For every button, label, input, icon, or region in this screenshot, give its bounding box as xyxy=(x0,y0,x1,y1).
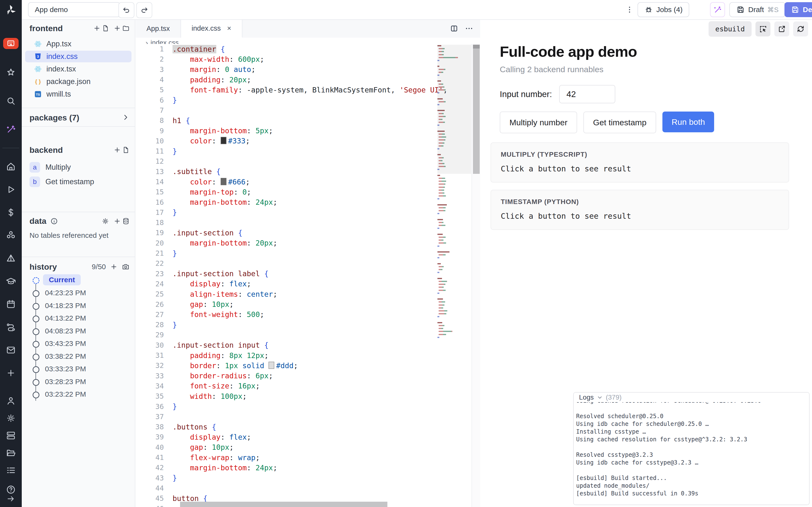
packages-expand-button[interactable] xyxy=(122,113,130,121)
redo-button[interactable] xyxy=(136,2,152,18)
camera-icon[interactable] xyxy=(122,263,130,271)
play-icon[interactable] xyxy=(0,184,22,194)
refresh-button[interactable] xyxy=(793,21,808,37)
open-external-button[interactable] xyxy=(774,21,789,37)
logs-count: (379) xyxy=(606,394,621,401)
esbuild-badge[interactable]: esbuild xyxy=(709,21,752,37)
tab-app-tsx[interactable]: App.tsx xyxy=(136,19,181,38)
add-file-button[interactable] xyxy=(93,24,109,32)
file-item-wmill-ts[interactable]: TSwmill.ts xyxy=(25,89,132,100)
code-line: border-radius: 6px; xyxy=(172,372,273,380)
add-table-button[interactable] xyxy=(114,218,130,225)
more-options-icon[interactable] xyxy=(465,24,473,33)
app-subtitle: Calling 2 backend runnables xyxy=(500,65,603,74)
plus-icon[interactable] xyxy=(110,263,117,270)
wand-icon[interactable] xyxy=(0,124,22,134)
close-tab-icon[interactable]: × xyxy=(227,24,232,32)
route-icon[interactable] xyxy=(0,322,22,332)
windmill-app-editor: Jobs (4) Draft ⌘S Deploy frontend xyxy=(0,0,812,507)
gear-icon[interactable] xyxy=(0,413,22,423)
history-current-item[interactable]: Current xyxy=(43,274,81,285)
run-both-button[interactable]: Run both xyxy=(662,112,714,132)
kebab-menu-icon[interactable] xyxy=(625,2,635,17)
undo-button[interactable] xyxy=(118,2,134,18)
timestamp-card-label: TIMESTAMP (PYTHON) xyxy=(501,198,579,206)
history-dot[interactable] xyxy=(33,392,39,398)
backend-add-file-button[interactable] xyxy=(114,146,130,154)
history-entry[interactable]: 04:18:23 PM xyxy=(45,301,86,310)
folder-icon[interactable] xyxy=(0,448,22,458)
history-entry[interactable]: 04:23:23 PM xyxy=(45,289,86,297)
line-number: 13 xyxy=(136,168,172,176)
dollar-icon[interactable] xyxy=(0,207,22,218)
history-entry[interactable]: 04:08:23 PM xyxy=(45,327,86,335)
mail-icon[interactable] xyxy=(0,345,22,355)
prism-icon[interactable] xyxy=(0,253,22,264)
line-number: 42 xyxy=(136,463,172,472)
get-timestamp-button[interactable]: Get timestamp xyxy=(583,112,656,133)
history-dot[interactable] xyxy=(33,379,39,386)
history-dot[interactable] xyxy=(33,354,39,360)
history-current-dot[interactable] xyxy=(33,277,39,284)
graduation-cap-icon[interactable] xyxy=(0,276,22,286)
tab-index-css[interactable]: index.css × xyxy=(181,19,242,38)
history-dot[interactable] xyxy=(33,366,39,373)
history-dot[interactable] xyxy=(33,341,39,348)
app-name-input[interactable] xyxy=(28,2,120,17)
add-folder-button[interactable] xyxy=(114,24,130,32)
calendar-icon[interactable] xyxy=(0,299,22,309)
history-entry[interactable]: 04:13:22 PM xyxy=(45,314,86,322)
blocks-icon[interactable] xyxy=(0,230,22,240)
packages-row-label: packages (7) xyxy=(30,113,79,122)
file-item-App-tsx[interactable]: App.tsx xyxy=(25,38,132,50)
history-entry[interactable]: 03:43:23 PM xyxy=(45,339,86,348)
logs-header[interactable]: Logs (379) xyxy=(574,393,809,402)
horizontal-scrollbar-thumb[interactable] xyxy=(180,502,388,507)
apps-icon[interactable] xyxy=(3,38,18,49)
windmill-logo-icon[interactable] xyxy=(4,3,17,16)
runnable-item-multiply[interactable]: aMultiply xyxy=(30,161,71,173)
help-icon[interactable] xyxy=(0,485,22,495)
search-icon[interactable] xyxy=(0,96,22,106)
gear-icon[interactable] xyxy=(101,217,109,225)
history-entry[interactable]: 03:38:22 PM xyxy=(45,352,86,360)
boards-icon[interactable] xyxy=(0,431,22,441)
history-dot[interactable] xyxy=(33,328,39,335)
multiply-card-value: Click a button to see result xyxy=(501,164,631,173)
split-editor-icon[interactable] xyxy=(450,24,458,33)
logs-body[interactable]: Using cached resolution for scheduler@ 0… xyxy=(576,397,807,505)
line-number: 24 xyxy=(136,280,172,288)
file-item-package-json[interactable]: { }package.json xyxy=(25,76,132,88)
line-number: 4 xyxy=(136,75,172,84)
runnable-item-get-timestamp[interactable]: bGet timestamp xyxy=(30,176,94,188)
ai-wand-button[interactable] xyxy=(710,2,725,17)
history-entry[interactable]: 03:33:23 PM xyxy=(45,365,86,373)
history-dot[interactable] xyxy=(33,303,39,310)
file-item-index-css[interactable]: 3index.css xyxy=(25,51,132,62)
history-dot[interactable] xyxy=(33,290,39,297)
home-icon[interactable] xyxy=(0,162,22,172)
number-input[interactable] xyxy=(559,85,615,103)
file-item-index-tsx[interactable]: index.tsx xyxy=(25,63,132,75)
history-dot[interactable] xyxy=(33,316,39,322)
deploy-button[interactable]: Deploy xyxy=(784,2,812,17)
vertical-scrollbar-thumb[interactable] xyxy=(473,45,480,174)
line-number: 34 xyxy=(136,382,172,390)
code-line: } xyxy=(172,249,177,258)
person-icon[interactable] xyxy=(0,396,22,406)
history-entry[interactable]: 03:28:23 PM xyxy=(45,378,86,386)
arrow-right-icon[interactable] xyxy=(0,494,22,503)
draft-button[interactable]: Draft ⌘S xyxy=(729,2,785,17)
star-icon[interactable] xyxy=(0,67,22,77)
code-area[interactable]: 1.container {2 max-width: 600px;3 margin… xyxy=(136,44,480,507)
app-title: Full-code app demo xyxy=(500,43,637,60)
database-icon xyxy=(122,218,130,225)
history-entry[interactable]: 03:23:22 PM xyxy=(45,390,86,398)
select-mode-button[interactable] xyxy=(755,21,770,37)
jobs-button[interactable]: Jobs (4) xyxy=(638,2,689,17)
minimap-slider[interactable] xyxy=(438,45,471,174)
bug-icon xyxy=(644,5,653,14)
list-icon[interactable] xyxy=(0,465,22,475)
multiply-number-button[interactable]: Multiply number xyxy=(500,112,577,133)
plus-icon[interactable] xyxy=(0,368,22,378)
